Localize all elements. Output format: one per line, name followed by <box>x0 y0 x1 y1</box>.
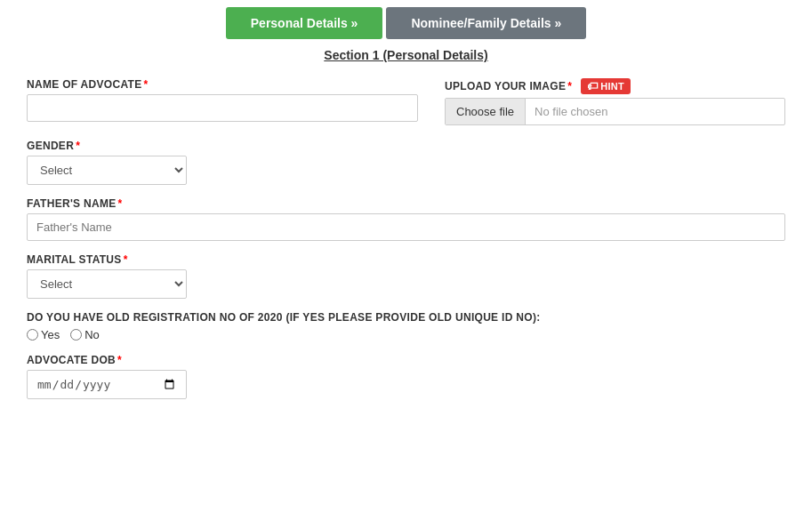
group-fathers-name: FATHER'S NAME* <box>27 197 785 241</box>
label-advocate-dob: ADVOCATE DOB* <box>27 354 785 366</box>
required-star-marital: * <box>124 253 128 266</box>
name-advocate-input[interactable] <box>27 94 418 122</box>
radio-no-text: No <box>84 328 100 341</box>
group-upload-image: UPLOAD YOUR IMAGE* HINT Choose file No f… <box>445 78 785 125</box>
radio-yes-label[interactable]: Yes <box>27 328 60 341</box>
hint-tag: HINT <box>581 78 631 94</box>
required-star-dob: * <box>117 354 122 366</box>
row-old-registration: DO YOU HAVE OLD REGISTRATION NO OF 2020 … <box>27 311 785 341</box>
file-input-wrapper: Choose file No file chosen <box>445 98 785 125</box>
group-marital-status: MARITAL STATUS* Select Single Married Di… <box>27 253 785 299</box>
label-old-registration: DO YOU HAVE OLD REGISTRATION NO OF 2020 … <box>27 311 785 324</box>
row-advocate-image: NAME OF ADVOCATE* UPLOAD YOUR IMAGE* HIN… <box>27 78 785 125</box>
radio-group-old-registration: Yes No <box>27 328 785 341</box>
group-advocate-dob: ADVOCATE DOB* <box>27 354 785 399</box>
label-fathers-name: FATHER'S NAME* <box>27 197 785 210</box>
label-marital-status: MARITAL STATUS* <box>27 253 785 266</box>
group-gender: GENDER* Select Male Female Other <box>27 140 785 185</box>
tab-personal-details[interactable]: Personal Details » <box>226 7 383 39</box>
required-star-name: * <box>143 78 148 91</box>
required-star-gender: * <box>76 140 80 152</box>
row-gender: GENDER* Select Male Female Other <box>27 140 785 185</box>
group-name-advocate: NAME OF ADVOCATE* <box>27 78 418 122</box>
hint-icon[interactable]: HINT <box>581 78 631 94</box>
fathers-name-input[interactable] <box>27 213 785 241</box>
label-name-advocate: NAME OF ADVOCATE* <box>27 78 418 91</box>
file-status-text: No file chosen <box>526 99 784 124</box>
label-upload-image: UPLOAD YOUR IMAGE* HINT <box>445 78 785 94</box>
radio-no-input[interactable] <box>70 329 82 341</box>
advocate-dob-input[interactable] <box>27 370 187 399</box>
radio-no-label[interactable]: No <box>70 328 100 341</box>
row-advocate-dob: ADVOCATE DOB* <box>27 354 785 399</box>
form-section-1: NAME OF ADVOCATE* UPLOAD YOUR IMAGE* HIN… <box>0 78 812 440</box>
radio-yes-text: Yes <box>41 328 60 341</box>
tab-nominee-family[interactable]: Nominee/Family Details » <box>386 7 586 39</box>
label-gender: GENDER* <box>27 140 785 152</box>
required-star-upload: * <box>567 80 572 92</box>
radio-yes-input[interactable] <box>27 329 38 341</box>
gender-select[interactable]: Select Male Female Other <box>27 156 187 185</box>
section-title: Section 1 (Personal Details) <box>0 48 812 62</box>
row-marital-status: MARITAL STATUS* Select Single Married Di… <box>27 253 785 299</box>
choose-file-button[interactable]: Choose file <box>446 99 526 124</box>
required-star-father: * <box>118 197 123 210</box>
marital-status-select[interactable]: Select Single Married Divorced Widowed <box>27 269 187 299</box>
tab-navigation: Personal Details » Nominee/Family Detail… <box>0 0 812 48</box>
row-fathers-name: FATHER'S NAME* <box>27 197 785 241</box>
